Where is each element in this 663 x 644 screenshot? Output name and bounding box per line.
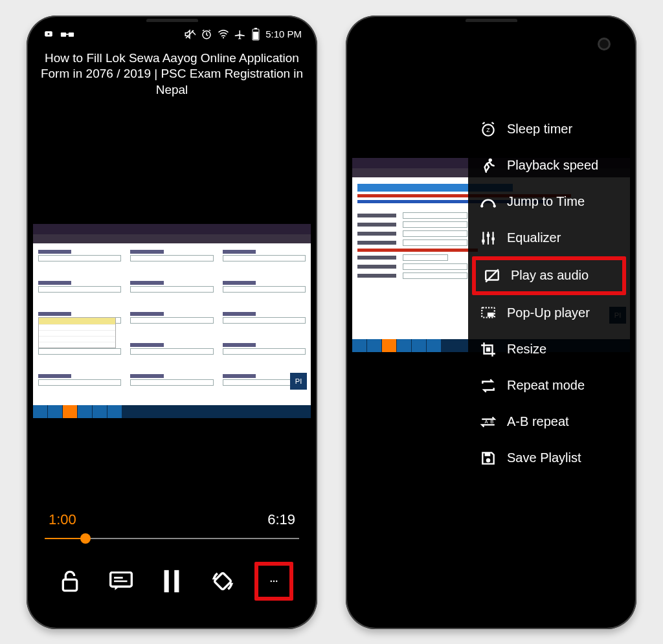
ab-repeat-icon: AB xyxy=(480,414,497,430)
svg-rect-2 xyxy=(61,32,66,36)
svg-rect-30 xyxy=(491,237,494,239)
youtube-icon xyxy=(42,30,55,39)
repeat-icon xyxy=(480,377,497,394)
page-form: PI xyxy=(33,243,311,405)
menu-label: Equalizer xyxy=(507,230,561,245)
menu-sleep-timer[interactable]: Z Sleep timer xyxy=(468,111,630,148)
windows-taskbar xyxy=(33,405,311,418)
monitor-off-icon xyxy=(484,267,500,284)
svg-rect-12 xyxy=(111,572,132,586)
rotate-button[interactable] xyxy=(203,562,242,601)
svg-rect-16 xyxy=(175,570,179,592)
svg-point-21 xyxy=(273,580,274,581)
menu-ab-repeat[interactable]: AB A-B repeat xyxy=(468,404,630,440)
menu-jump-to-time[interactable]: Jump to Time xyxy=(468,184,630,220)
menu-label: Pop-Up player xyxy=(507,305,590,320)
mute-icon xyxy=(184,28,196,40)
menu-label: Sleep timer xyxy=(507,122,572,137)
seek-thumb[interactable] xyxy=(80,533,91,544)
save-icon xyxy=(480,450,497,467)
glasses-icon xyxy=(60,30,74,39)
menu-resize[interactable]: Resize xyxy=(468,331,630,368)
resize-crop-icon xyxy=(480,341,497,358)
svg-rect-3 xyxy=(69,32,74,36)
subtitles-button[interactable] xyxy=(102,562,140,601)
video-viewport[interactable]: PI xyxy=(33,224,311,418)
status-bar: 5:10 PM xyxy=(33,22,311,47)
menu-repeat-mode[interactable]: Repeat mode xyxy=(468,368,630,404)
menu-label: Jump to Time xyxy=(507,194,585,209)
menu-playback-speed[interactable]: Playback speed xyxy=(468,148,630,184)
player-bar: 1:00 6:19 xyxy=(33,500,311,623)
svg-point-25 xyxy=(489,158,492,161)
more-button[interactable] xyxy=(254,562,293,601)
phone-left: 5:10 PM How to Fill Lok Sewa Aayog Onlin… xyxy=(27,16,317,629)
running-icon xyxy=(480,157,497,174)
menu-label: Repeat mode xyxy=(507,378,585,393)
svg-point-26 xyxy=(480,205,483,207)
jump-arc-icon xyxy=(480,194,497,210)
svg-text:Z: Z xyxy=(486,127,490,133)
browser-tabbar xyxy=(33,224,311,234)
battery-icon xyxy=(251,28,260,41)
svg-rect-29 xyxy=(487,234,489,236)
svg-rect-15 xyxy=(164,570,169,592)
more-menu: Z Sleep timer Playback speed Jump to Tim… xyxy=(468,106,630,482)
alarm-icon xyxy=(201,28,212,40)
svg-rect-35 xyxy=(486,347,491,351)
form-dropdown-open xyxy=(38,317,116,348)
menu-save-playlist[interactable]: Save Playlist xyxy=(468,440,630,476)
svg-point-20 xyxy=(270,580,271,581)
menu-popup-player[interactable]: Pop-Up player xyxy=(468,295,630,331)
menu-play-as-audio[interactable]: Play as audio xyxy=(472,256,626,295)
svg-rect-9 xyxy=(254,28,257,29)
pi-logo: PI xyxy=(290,373,307,390)
current-time: 1:00 xyxy=(49,511,76,528)
menu-label: Play as audio xyxy=(511,268,589,283)
status-time: 5:10 PM xyxy=(265,28,302,39)
menu-label: Resize xyxy=(507,342,546,357)
menu-equalizer[interactable]: Equalizer xyxy=(468,220,630,256)
front-camera-cutout xyxy=(598,38,611,50)
duration: 6:19 xyxy=(267,511,295,528)
lock-button[interactable] xyxy=(51,562,89,601)
menu-label: Playback speed xyxy=(507,158,598,173)
phone-right: PI Z Sleep timer Playback speed Jump to … xyxy=(346,16,636,629)
airplane-icon xyxy=(234,28,246,40)
svg-rect-10 xyxy=(253,32,258,39)
pause-button[interactable] xyxy=(152,562,191,601)
svg-point-22 xyxy=(276,580,277,581)
svg-text:B: B xyxy=(490,419,493,425)
svg-rect-34 xyxy=(488,312,494,316)
svg-point-27 xyxy=(493,205,496,207)
seek-bar[interactable] xyxy=(45,533,299,544)
pip-icon xyxy=(480,305,497,322)
menu-label: Save Playlist xyxy=(507,450,581,465)
equalizer-icon xyxy=(480,230,497,247)
svg-point-39 xyxy=(486,458,491,463)
screen-right: PI Z Sleep timer Playback speed Jump to … xyxy=(352,22,630,623)
svg-point-7 xyxy=(223,37,224,38)
browser-urlbar xyxy=(33,234,311,243)
screen-left: 5:10 PM How to Fill Lok Sewa Aayog Onlin… xyxy=(33,22,311,623)
svg-rect-38 xyxy=(485,452,491,456)
alarm-snooze-icon: Z xyxy=(480,121,497,138)
wifi-icon xyxy=(218,28,229,40)
svg-rect-11 xyxy=(63,579,77,590)
menu-label: A-B repeat xyxy=(507,414,569,429)
svg-rect-28 xyxy=(482,239,484,242)
video-title: How to Fill Lok Sewa Aayog Online Applic… xyxy=(33,47,311,102)
svg-rect-4 xyxy=(66,34,69,35)
seek-progress xyxy=(45,538,85,539)
